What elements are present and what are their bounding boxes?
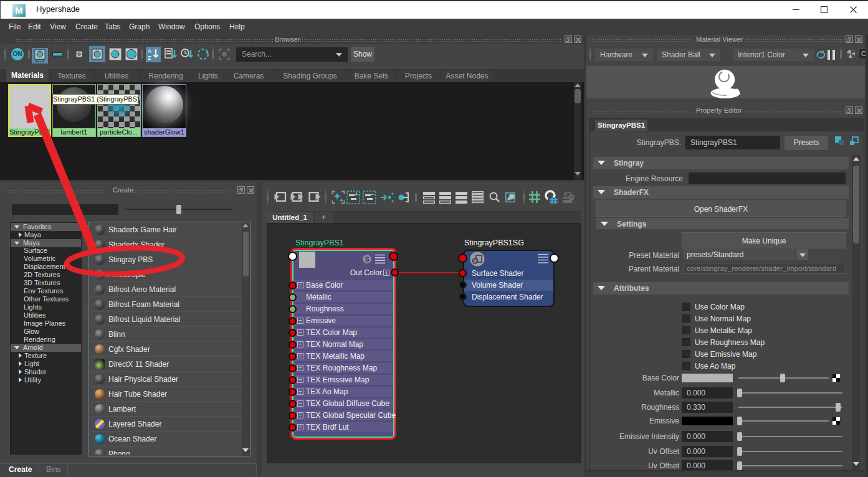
svg-text:Z: Z (148, 55, 151, 61)
svg-text:S: S (365, 256, 370, 263)
svg-text:A: A (148, 48, 151, 54)
